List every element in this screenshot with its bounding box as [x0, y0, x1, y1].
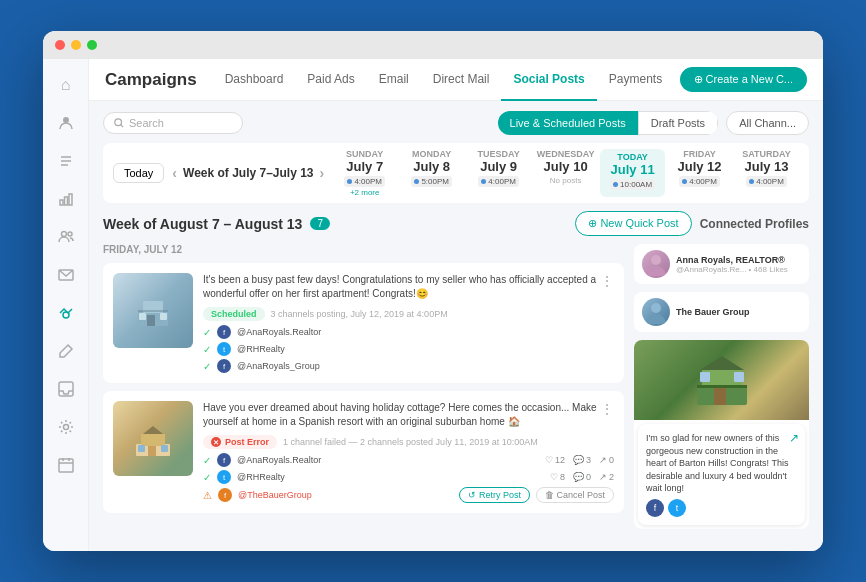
cottage-image — [113, 401, 193, 476]
cal-next-arrow[interactable]: › — [320, 165, 325, 181]
posts-area: FRIDAY, JULY 12 It's been a busy past fe… — [103, 244, 809, 541]
nav-payments[interactable]: Payments — [597, 59, 674, 101]
sidebar-item-inbox[interactable] — [50, 373, 82, 405]
channel-name-5: @RHRealty — [237, 472, 544, 482]
svg-rect-41 — [697, 385, 747, 388]
fb-icon: f — [217, 325, 231, 339]
cal-prev-arrow[interactable]: ‹ — [172, 165, 177, 181]
avatar-1 — [642, 250, 670, 278]
channel-row-fb-3: ✓ f @AnaRoyals.Realtor ♡ 12 💬 3 ↗ 0 — [203, 453, 614, 467]
expand-dot[interactable] — [87, 40, 97, 50]
post-schedule-meta: 3 channels posting, July 12, 2019 at 4:0… — [271, 309, 448, 319]
day-wednesday: WEDNESDAY July 10 No posts — [533, 149, 598, 197]
nav-direct-mail[interactable]: Direct Mail — [421, 59, 502, 101]
shares-stat: ↗ 0 — [599, 455, 614, 465]
avatar-2 — [642, 298, 670, 326]
toolbar-row: Search Live & Scheduled Posts Draft Post… — [103, 111, 809, 135]
sidebar-item-contacts[interactable] — [50, 221, 82, 253]
post-card-2: Have you ever dreamed about having holid… — [103, 391, 624, 513]
tab-group: Live & Scheduled Posts Draft Posts — [498, 111, 719, 135]
svg-point-17 — [115, 119, 122, 126]
profile-info-2: The Bauer Group — [676, 307, 750, 317]
sidebar-item-campaigns[interactable] — [50, 297, 82, 329]
close-dot[interactable] — [55, 40, 65, 50]
svg-rect-30 — [161, 445, 168, 452]
search-box[interactable]: Search — [103, 112, 243, 134]
fb-icon-3: f — [217, 453, 231, 467]
channel-rows-1: ✓ f @AnaRoyals.Realtor ✓ t @RHRealty — [203, 325, 614, 373]
profile-name-2: The Bauer Group — [676, 307, 750, 317]
error-badge: ✕ Post Error — [203, 435, 277, 449]
day-tuesday: TUESDAY July 9 4:00PM — [466, 149, 531, 197]
post-content-1: It's been a busy past few days! Congratu… — [203, 273, 614, 373]
today-button[interactable]: Today — [113, 163, 164, 183]
post-more-2[interactable]: ⋮ — [600, 401, 614, 417]
browser-content: ⌂ — [43, 59, 823, 551]
channel-row-tw-1: ✓ t @RHRealty — [203, 342, 614, 356]
profile-name-1: Anna Royals, REALTOR® — [676, 255, 788, 265]
browser-window: ⌂ — [43, 31, 823, 551]
day-saturday: SATURDAY July 13 4:00PM — [734, 149, 799, 197]
tab-draft[interactable]: Draft Posts — [638, 111, 718, 135]
comments-stat: 💬 3 — [573, 455, 591, 465]
sidebar-item-chart[interactable] — [50, 183, 82, 215]
post-more-1[interactable]: ⋮ — [600, 273, 614, 289]
svg-marker-37 — [700, 356, 744, 370]
minimize-dot[interactable] — [71, 40, 81, 50]
nav-dashboard[interactable]: Dashboard — [213, 59, 296, 101]
post-text-2: Have you ever dreamed about having holid… — [203, 401, 614, 429]
sidebar-item-settings[interactable] — [50, 411, 82, 443]
svg-rect-29 — [138, 445, 145, 452]
post-image-2 — [113, 401, 193, 476]
post-content-2: Have you ever dreamed about having holid… — [203, 401, 614, 503]
tw-icon-2: t — [217, 470, 231, 484]
sidebar-item-list[interactable] — [50, 145, 82, 177]
all-channels-button[interactable]: All Chann... — [726, 111, 809, 135]
svg-rect-4 — [60, 200, 63, 205]
svg-point-10 — [63, 312, 69, 318]
connected-profiles-label: Connected Profiles — [700, 217, 809, 231]
top-nav: Campaigns Dashboard Paid Ads Email Direc… — [89, 59, 823, 101]
post-text-1: It's been a busy past few days! Congratu… — [203, 273, 614, 301]
post-image-1 — [113, 273, 193, 348]
svg-point-8 — [68, 232, 72, 236]
browser-chrome — [43, 31, 823, 59]
main-content: Campaigns Dashboard Paid Ads Email Direc… — [89, 59, 823, 551]
quick-post-button[interactable]: ⊕ New Quick Post — [575, 211, 691, 236]
house-card: ↗ I'm so glad for new owners of this gor… — [634, 340, 809, 529]
week-section-header: Week of August 7 – August 13 7 ⊕ New Qui… — [103, 211, 809, 236]
channel-stats-1: ♡ 12 💬 3 ↗ 0 — [545, 455, 614, 465]
svg-rect-13 — [59, 459, 73, 472]
sidebar-item-calendar[interactable] — [50, 449, 82, 481]
house-tw-icon: t — [668, 499, 686, 517]
page-title: Campaigns — [105, 70, 197, 90]
search-icon — [114, 118, 124, 128]
channel-row-warn: ⚠ f @TheBauerGroup ↺ Retry Post 🗑 Cancel… — [203, 487, 614, 503]
sidebar-item-user[interactable] — [50, 107, 82, 139]
channel-name-2: @RHRealty — [237, 344, 614, 354]
cancel-post-button[interactable]: 🗑 Cancel Post — [536, 487, 614, 503]
post-meta-2: ✕ Post Error 1 channel failed — 2 channe… — [203, 435, 614, 449]
tab-live-scheduled[interactable]: Live & Scheduled Posts — [498, 111, 638, 135]
sidebar-item-home[interactable]: ⌂ — [50, 69, 82, 101]
create-new-button[interactable]: ⊕ Create a New C... — [680, 67, 807, 92]
profile-info-1: Anna Royals, REALTOR® @AnnaRoyals.Re... … — [676, 255, 788, 274]
channel-name-1: @AnaRoyals.Realtor — [237, 327, 614, 337]
profile-handle-1: @AnnaRoyals.Re... • 468 Likes — [676, 265, 788, 274]
profile-item-1[interactable]: Anna Royals, REALTOR® @AnnaRoyals.Re... … — [634, 244, 809, 284]
nav-email[interactable]: Email — [367, 59, 421, 101]
sidebar-item-mail[interactable] — [50, 259, 82, 291]
retry-post-button[interactable]: ↺ Retry Post — [459, 487, 530, 503]
likes-stat: ♡ 12 — [545, 455, 565, 465]
svg-point-34 — [651, 303, 661, 313]
profile-item-2[interactable]: The Bauer Group — [634, 292, 809, 332]
day-friday: FRIDAY July 12 4:00PM — [667, 149, 732, 197]
nav-social-posts[interactable]: Social Posts — [501, 59, 596, 101]
fb-icon-2: f — [217, 359, 231, 373]
sidebar-item-edit[interactable] — [50, 335, 82, 367]
posts-list: FRIDAY, JULY 12 It's been a busy past fe… — [103, 244, 624, 541]
post-count-badge: 7 — [310, 217, 330, 230]
nav-paid-ads[interactable]: Paid Ads — [295, 59, 366, 101]
svg-rect-21 — [147, 315, 155, 326]
share-button[interactable]: ↗ — [789, 430, 799, 447]
